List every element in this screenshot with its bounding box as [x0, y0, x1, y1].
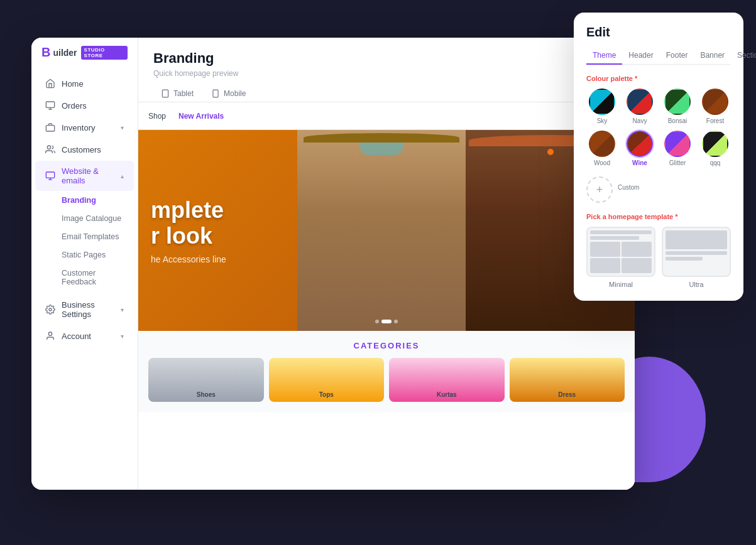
- category-card-shoes[interactable]: Shoes: [148, 358, 264, 402]
- palette-swatch-qqq: [702, 131, 728, 157]
- template-minimal[interactable]: Minimal: [586, 227, 655, 288]
- svg-rect-10: [162, 90, 168, 97]
- tab-mobile[interactable]: Mobile: [204, 85, 253, 102]
- category-card-tops[interactable]: Tops: [269, 358, 385, 402]
- sub-nav-customer-feedback[interactable]: Customer Feedback: [35, 264, 134, 291]
- svg-rect-12: [213, 90, 218, 97]
- template-ultra-label: Ultra: [689, 281, 703, 288]
- palette-name-navy: Navy: [633, 117, 647, 124]
- sub-nav-customer-feedback-label: Customer Feedback: [62, 269, 124, 286]
- sidebar-item-customers[interactable]: Customers: [35, 139, 134, 160]
- categories-title: CATEGORIES: [148, 341, 625, 350]
- template-ultra[interactable]: Ultra: [662, 227, 731, 288]
- preview-nav-shop[interactable]: Shop: [148, 112, 166, 121]
- inventory-chevron-icon: ▾: [121, 124, 124, 131]
- sidebar-item-website-label: Website & emails: [62, 166, 114, 185]
- sub-nav-branding[interactable]: Branding: [35, 192, 134, 209]
- homepage-template-label: Pick a homepage template *: [586, 213, 731, 220]
- sub-nav-image-catalogue-label: Image Catalogue: [62, 214, 121, 223]
- sidebar-item-inventory-label: Inventory: [62, 123, 95, 132]
- palette-sky[interactable]: Sky: [586, 89, 618, 124]
- carousel-dot-3[interactable]: [394, 320, 398, 323]
- sub-nav: Branding Image Catalogue Email Templates…: [31, 192, 138, 294]
- branding-header: Branding Quick homepage preview Tablet M…: [138, 38, 635, 102]
- sidebar: B uilder STUDIO STORE Home Orders: [31, 38, 138, 490]
- logo-area: B uilder STUDIO STORE: [31, 38, 138, 70]
- palette-bonsai[interactable]: Bonsai: [662, 89, 693, 124]
- app-window: B uilder STUDIO STORE Home Orders: [31, 38, 635, 490]
- inventory-icon: [45, 122, 55, 132]
- page-subtitle: Quick homepage preview: [153, 69, 620, 78]
- sidebar-item-home-label: Home: [62, 79, 84, 89]
- sub-nav-email-templates-label: Email Templates: [62, 232, 119, 241]
- business-settings-chevron-icon: ▾: [121, 306, 124, 313]
- sub-nav-static-pages[interactable]: Static Pages: [35, 246, 134, 264]
- edit-tabs: Theme Header Footer Banner Section: [586, 47, 731, 65]
- custom-palette-label: Custom: [618, 184, 639, 191]
- edit-tab-footer[interactable]: Footer: [660, 47, 694, 65]
- palette-qqq[interactable]: qqq: [699, 131, 731, 166]
- hero-subtext: he Accessories line: [151, 254, 226, 264]
- edit-tab-section[interactable]: Section: [731, 47, 756, 65]
- palette-glitter[interactable]: Glitter: [662, 131, 693, 166]
- category-grid: Shoes Tops Kurtas Dress: [148, 358, 625, 402]
- preview-browser: Shop New Arrivals 🔍 mpleter look he Acce…: [138, 102, 635, 490]
- account-chevron-icon: ▾: [121, 333, 124, 340]
- palette-swatch-wood: [589, 131, 615, 157]
- category-label-shoes: Shoes: [197, 391, 216, 398]
- edit-panel-title: Edit: [586, 25, 731, 40]
- edit-panel: Edit Theme Header Footer Banner Section …: [574, 13, 743, 301]
- sidebar-item-orders[interactable]: Orders: [35, 95, 134, 116]
- palette-navy[interactable]: Navy: [624, 89, 655, 124]
- page-title: Branding: [153, 50, 620, 67]
- main-content: Branding Quick homepage preview Tablet M…: [138, 38, 635, 490]
- palette-name-wood: Wood: [594, 159, 610, 166]
- sidebar-item-business-settings[interactable]: Business Settings ▾: [35, 294, 134, 325]
- svg-rect-3: [46, 126, 54, 131]
- svg-point-9: [48, 332, 52, 335]
- palette-forest[interactable]: Forest: [699, 89, 731, 124]
- edit-tab-header[interactable]: Header: [622, 47, 659, 65]
- palette-name-wine: Wine: [632, 159, 647, 166]
- palette-wine[interactable]: Wine: [624, 131, 655, 166]
- sub-nav-branding-label: Branding: [62, 196, 96, 205]
- colour-palette-label: Colour palette *: [586, 75, 731, 82]
- sidebar-item-website-emails[interactable]: Website & emails ▴: [35, 161, 134, 191]
- edit-tab-banner[interactable]: Banner: [694, 47, 731, 65]
- category-card-kurtas[interactable]: Kurtas: [389, 358, 505, 402]
- website-chevron-icon: ▴: [121, 173, 124, 180]
- sub-nav-image-catalogue[interactable]: Image Catalogue: [35, 210, 134, 227]
- carousel-dot-1[interactable]: [375, 320, 379, 323]
- palette-swatch-glitter: [664, 131, 691, 157]
- category-card-dress[interactable]: Dress: [510, 358, 625, 402]
- logo-badge: STUDIO STORE: [81, 46, 128, 60]
- settings-icon: [45, 305, 55, 315]
- view-tabs: Tablet Mobile: [153, 85, 620, 102]
- preview-categories: CATEGORIES Shoes Tops Kurtas: [138, 331, 635, 412]
- sidebar-item-inventory[interactable]: Inventory ▾: [35, 117, 134, 138]
- palette-swatch-wine: [627, 131, 653, 157]
- sidebar-nav: Home Orders Inventory ▾: [31, 70, 138, 490]
- template-ultra-preview: [662, 227, 731, 277]
- sidebar-item-home[interactable]: Home: [35, 73, 134, 94]
- sidebar-item-account[interactable]: Account ▾: [35, 325, 134, 347]
- category-label-dress: Dress: [558, 391, 576, 398]
- tab-tablet[interactable]: Tablet: [153, 85, 201, 102]
- svg-rect-0: [46, 102, 54, 107]
- sidebar-item-orders-label: Orders: [62, 101, 87, 111]
- custom-palette[interactable]: + Custom: [586, 176, 731, 203]
- palette-swatch-bonsai: [664, 89, 691, 115]
- customers-icon: [45, 144, 55, 154]
- sub-nav-email-templates[interactable]: Email Templates: [35, 228, 134, 246]
- palette-wood[interactable]: Wood: [586, 131, 618, 166]
- carousel-dot-2[interactable]: [381, 320, 392, 323]
- preview-nav-new-arrivals[interactable]: New Arrivals: [178, 112, 224, 121]
- edit-tab-theme[interactable]: Theme: [586, 47, 622, 65]
- sidebar-item-customers-label: Customers: [62, 145, 101, 154]
- add-custom-palette-button[interactable]: +: [586, 176, 613, 203]
- sidebar-item-account-label: Account: [62, 332, 91, 341]
- template-minimal-label: Minimal: [609, 281, 633, 288]
- svg-point-8: [49, 308, 52, 311]
- account-icon: [45, 331, 55, 341]
- palette-name-glitter: Glitter: [669, 159, 686, 166]
